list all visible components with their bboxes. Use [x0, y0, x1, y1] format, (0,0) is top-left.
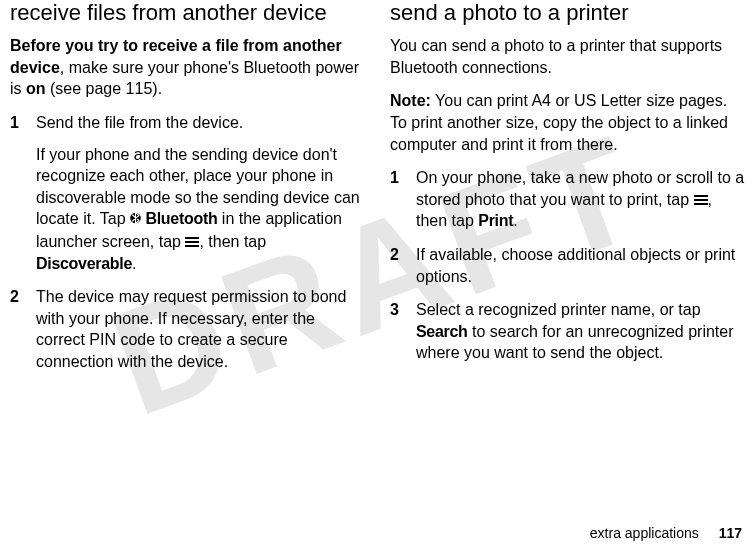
step-number: 3: [390, 299, 399, 321]
list-item: 3 Select a recognized printer name, or t…: [390, 299, 746, 364]
left-steps: 1 Send the file from the device. If your…: [10, 112, 366, 373]
list-item: 2 The device may request permission to b…: [10, 286, 366, 372]
right-steps: 1 On your phone, take a new photo or scr…: [390, 167, 746, 364]
search-label: Search: [416, 323, 468, 340]
intro-text-2: (see page 115).: [46, 80, 163, 97]
step-number: 1: [10, 112, 19, 134]
discoverable-label: Discoverable: [36, 255, 132, 272]
text-fragment: Select a recognized printer name, or tap: [416, 301, 701, 318]
list-item: 1 Send the file from the device. If your…: [10, 112, 366, 274]
step-text: Select a recognized printer name, or tap…: [416, 299, 746, 364]
step-text: If your phone and the sending device don…: [36, 144, 366, 275]
right-note: Note: You can print A4 or US Letter size…: [390, 90, 746, 155]
text-fragment: .: [513, 212, 517, 229]
footer-section: extra applications: [590, 525, 699, 541]
page-footer: extra applications 117: [590, 525, 742, 541]
page-number: 117: [719, 525, 742, 541]
step-text: On your phone, take a new photo or scrol…: [416, 167, 746, 232]
menu-icon: [185, 237, 199, 247]
right-intro: You can send a photo to a printer that s…: [390, 35, 746, 78]
intro-on: on: [26, 80, 46, 97]
step-text: If available, choose additional objects …: [416, 244, 746, 287]
bluetooth-label: Bluetooth: [145, 210, 217, 227]
note-label: Note:: [390, 92, 431, 109]
right-heading: send a photo to a printer: [390, 0, 746, 25]
bluetooth-icon: [130, 209, 141, 231]
menu-icon: [694, 195, 708, 205]
step-text: Send the file from the device.: [36, 112, 366, 134]
page-content: receive files from another device Before…: [0, 0, 756, 385]
left-column: receive files from another device Before…: [10, 0, 366, 385]
step-number: 2: [10, 286, 19, 308]
list-item: 2 If available, choose additional object…: [390, 244, 746, 287]
step-number: 1: [390, 167, 399, 189]
step-number: 2: [390, 244, 399, 266]
left-intro: Before you try to receive a file from an…: [10, 35, 366, 100]
text-fragment: , then tap: [199, 233, 266, 250]
right-column: send a photo to a printer You can send a…: [390, 0, 746, 385]
note-text: You can print A4 or US Letter size pages…: [390, 92, 728, 152]
text-fragment: .: [132, 255, 136, 272]
list-item: 1 On your phone, take a new photo or scr…: [390, 167, 746, 232]
step-text: The device may request permission to bon…: [36, 286, 366, 372]
print-label: Print: [478, 212, 513, 229]
left-heading: receive files from another device: [10, 0, 366, 25]
